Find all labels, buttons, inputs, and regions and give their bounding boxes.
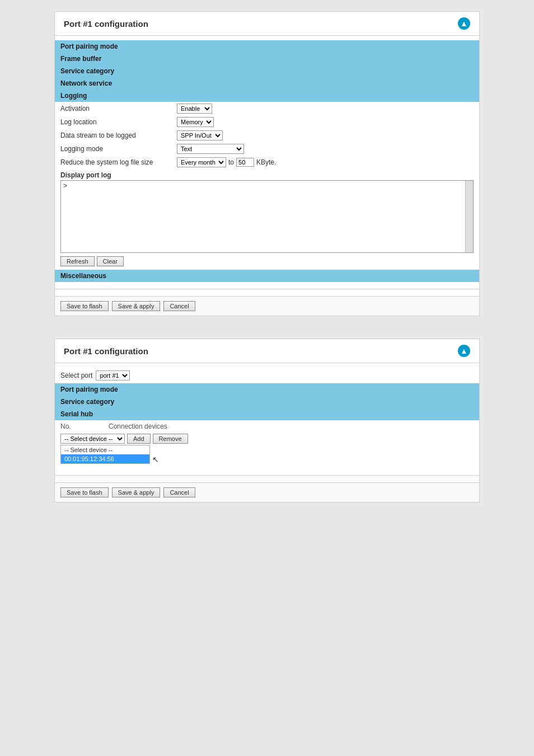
log-location-select[interactable]: Memory File [177,117,214,127]
panel1-footer: Save to flash Save & apply Cancel [55,296,479,316]
panel1-body: Port pairing mode Frame buffer Service c… [55,36,479,296]
page-wrapper: Port #1 configuration ▲ Port pairing mod… [54,11,480,503]
device-dropdown-row: -- Select device -- 00:01:95:12:34:56 Ad… [55,433,479,445]
col-no-header: No. [60,422,105,430]
logging-mode-row: Logging mode Text Binary [55,142,479,156]
panel1-title: Port #1 configuration [64,19,148,29]
panel2-footer: Save to flash Save & apply Cancel [55,482,479,502]
activation-label: Activation [60,105,172,112]
logging-mode-label: Logging mode [60,145,172,153]
select-port-select[interactable]: port #1 port #2 [96,370,130,381]
panel1-save-apply-button[interactable]: Save & apply [112,301,161,311]
refresh-button[interactable]: Refresh [60,256,95,266]
data-stream-value: SPP In/Out SPP In SPP Out [177,130,223,140]
dropdown-option-select[interactable]: -- Select device -- [61,445,149,454]
select-port-row: Select port port #1 port #2 [55,368,479,383]
panel1-header: Port #1 configuration ▲ [55,12,479,36]
reduce-log-label: Reduce the system log file size [60,158,172,166]
log-content: > [61,181,473,191]
log-scrollbar[interactable] [465,181,473,252]
serial-hub-header-row: No. Connection devices [60,421,474,431]
log-location-value: Memory File [177,117,214,127]
remove-button[interactable]: Remove [153,434,188,444]
data-stream-row: Data stream to be logged SPP In/Out SPP … [55,129,479,142]
cursor-icon: ↖ [152,455,159,464]
device-select[interactable]: -- Select device -- 00:01:95:12:34:56 [60,434,125,444]
activation-value: Enable Disable [177,104,212,114]
panel2-save-apply-button[interactable]: Save & apply [112,487,161,497]
section2-service-category[interactable]: Service category [55,396,479,408]
activation-select[interactable]: Enable Disable [177,104,212,114]
reduce-log-period-select[interactable]: Every month Every week Every day [177,157,226,167]
panel2-header: Port #1 configuration ▲ [55,339,479,363]
section-port-pairing[interactable]: Port pairing mode [55,40,479,53]
reduce-log-size-input[interactable] [236,158,254,167]
panel1: Port #1 configuration ▲ Port pairing mod… [54,11,480,316]
section2-port-pairing[interactable]: Port pairing mode [55,383,479,396]
reduce-log-row: Reduce the system log file size Every mo… [55,156,479,169]
log-area: > [60,180,474,253]
panel1-icon: ▲ [458,17,470,30]
add-button[interactable]: Add [127,434,151,444]
panel2-cancel-button[interactable]: Cancel [163,487,195,497]
section2-serial-hub[interactable]: Serial hub [55,408,479,420]
data-stream-select[interactable]: SPP In/Out SPP In SPP Out [177,130,223,140]
clear-button[interactable]: Clear [97,256,124,266]
panel1-cancel-button[interactable]: Cancel [163,301,195,311]
reduce-log-to: to [228,158,234,166]
log-buttons: Refresh Clear [55,253,479,270]
section-miscellaneous[interactable]: Miscellaneous [55,270,479,282]
logging-mode-select[interactable]: Text Binary [177,144,244,154]
section-frame-buffer[interactable]: Frame buffer [55,53,479,65]
panel2-icon: ▲ [458,345,470,357]
section-service-category[interactable]: Service category [55,65,479,77]
panel2: Port #1 configuration ▲ Select port port… [54,339,480,503]
col-connection-header: Connection devices [109,422,167,430]
section-logging[interactable]: Logging [55,90,479,102]
dropdown-list-container: -- Select device -- 00:01:95:12:34:56 ↖ [60,445,150,464]
log-location-label: Log location [60,118,172,126]
dropdown-option-device[interactable]: 00:01:95:12:34:56 [61,454,149,463]
section-network-service[interactable]: Network service [55,77,479,90]
display-port-log-label: Display port log [55,169,479,180]
dropdown-list[interactable]: -- Select device -- 00:01:95:12:34:56 [60,445,150,464]
activation-row: Activation Enable Disable [55,102,479,115]
logging-mode-value: Text Binary [177,144,244,154]
data-stream-label: Data stream to be logged [60,132,172,139]
select-port-label: Select port [60,372,92,379]
serial-hub-table: No. Connection devices [60,421,474,431]
panel1-save-flash-button[interactable]: Save to flash [60,301,109,311]
panel2-title: Port #1 configuration [64,346,148,356]
panel2-save-flash-button[interactable]: Save to flash [60,487,109,497]
log-location-row: Log location Memory File [55,115,479,129]
reduce-log-value: Every month Every week Every day to KByt… [177,157,276,167]
reduce-log-unit: KByte. [256,158,276,166]
panel2-body: Select port port #1 port #2 Port pairing… [55,363,479,482]
